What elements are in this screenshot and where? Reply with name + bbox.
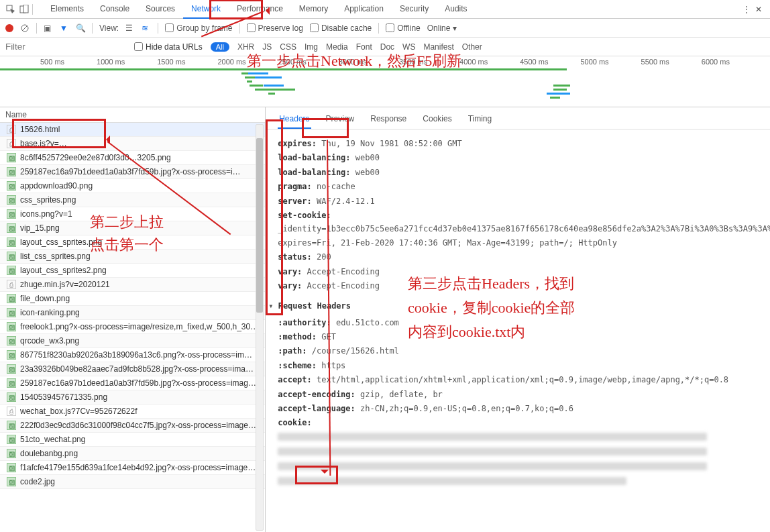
header-key: accept-encoding: [278, 390, 355, 399]
header-key: server: [278, 197, 312, 206]
request-name: 222f0d3ec9cd3d6c31000f98c04cc7f5.jpg?x-o… [20, 421, 256, 430]
scrollbar[interactable] [256, 124, 264, 531]
offline-checkbox[interactable]: Offline [386, 23, 420, 33]
request-row[interactable]: ▨freelook1.png?x-oss-process=image/resiz… [0, 320, 265, 334]
request-headers-section[interactable]: Request Headers [268, 299, 770, 313]
detail-tab-headers[interactable]: Headers [278, 111, 311, 129]
tab-elements[interactable]: Elements [42, 0, 92, 19]
header-key: status: [278, 252, 312, 262]
filter-type-xhr[interactable]: XHR [237, 42, 254, 52]
throttling-select[interactable]: Online ▾ [427, 23, 457, 33]
request-row[interactable]: ▨259187ec16a97b1deed1a0ab3f7fd59b.jpg?x-… [0, 376, 265, 390]
tab-sources[interactable]: Sources [138, 0, 183, 19]
hide-data-urls-checkbox[interactable]: Hide data URLs [134, 42, 203, 52]
filter-type-other[interactable]: Other [462, 42, 482, 52]
request-row[interactable]: ▨222f0d3ec9cd3d6c31000f98c04cc7f5.jpg?x-… [0, 419, 265, 433]
name-column-header[interactable]: Name [0, 107, 265, 123]
timeline-overview[interactable]: 500 ms1000 ms1500 ms2000 ms2500 ms3000 m… [0, 56, 770, 107]
filter-type-font[interactable]: Font [356, 42, 372, 52]
request-row[interactable]: ▨259187ec16a97b1deed1a0ab3f7fd59b.jpg?x-… [0, 165, 265, 179]
request-name: wechat_box.js?7Cv=952672622f [20, 407, 137, 416]
request-row[interactable]: ⎙wechat_box.js?7Cv=952672622f [0, 405, 265, 419]
filter-type-media[interactable]: Media [326, 42, 348, 52]
tab-console[interactable]: Console [92, 0, 138, 19]
request-row[interactable]: ⎙base.js?v=… [0, 137, 265, 151]
request-row[interactable]: ▨f1afcfe4179e155d639a1fce14eb4d92.jpg?x-… [0, 461, 265, 475]
tab-audits[interactable]: Audits [437, 0, 475, 19]
more-menu-icon[interactable]: ⋮ ✕ [742, 5, 765, 14]
record-button[interactable] [5, 24, 13, 32]
image-file-icon: ▨ [7, 223, 16, 233]
timeline-tick: 4500 ms [520, 58, 548, 66]
tab-application[interactable]: Application [336, 0, 392, 19]
request-row[interactable]: ▨appdownload90.png [0, 179, 265, 193]
tab-security[interactable]: Security [392, 0, 437, 19]
svg-rect-2 [23, 5, 28, 13]
filter-type-css[interactable]: CSS [280, 42, 296, 52]
request-row[interactable]: ▨file_down.png [0, 292, 265, 306]
filter-icon[interactable]: ▼ [60, 23, 69, 33]
detail-tab-response[interactable]: Response [369, 111, 408, 129]
header-value: /course/15626.html [307, 346, 399, 356]
request-row[interactable]: ▨51cto_wechat.png [0, 433, 265, 447]
image-file-icon: ▨ [7, 350, 16, 360]
filter-type-img[interactable]: Img [305, 42, 318, 52]
request-row[interactable]: ▨qrcode_wx3.png [0, 334, 265, 348]
header-row: set-cookie: _identity=1b3ecc0b75c5ee6a27… [278, 209, 770, 250]
header-value: web00 [351, 168, 380, 177]
view-waterfall-icon[interactable]: ≋ [142, 23, 151, 33]
detail-tab-timing[interactable]: Timing [467, 111, 494, 129]
filter-type-js[interactable]: JS [262, 42, 272, 52]
header-key: cookie: [278, 418, 312, 427]
filter-type-manifest[interactable]: Manifest [423, 42, 453, 52]
request-row[interactable]: ▨23a39326b049be82aaec7ad9fcb8b528.jpg?x-… [0, 362, 265, 376]
tab-performance[interactable]: Performance [229, 0, 291, 19]
disable-cache-checkbox[interactable]: Disable cache [310, 23, 372, 33]
preserve-log-checkbox[interactable]: Preserve log [247, 23, 303, 33]
filter-type-ws[interactable]: WS [402, 42, 415, 52]
request-row[interactable]: ▨code2.jpg [0, 475, 265, 489]
filter-all[interactable]: All [211, 42, 229, 52]
request-name: freelook1.png?x-oss-process=image/resize… [20, 322, 258, 331]
request-row[interactable]: ⎙zhuge.min.js?v=2020121 [0, 278, 265, 292]
timeline-tick: 5500 ms [641, 58, 669, 66]
request-row[interactable]: ▨vip_15.png [0, 221, 265, 235]
header-row: accept-encoding: gzip, deflate, br [278, 388, 770, 401]
tab-network[interactable]: Network [183, 0, 229, 19]
inspect-icon[interactable] [5, 4, 16, 15]
request-row[interactable]: ▨8c6ff4525729ee0e2e87d0f3d0…3205.png [0, 151, 265, 165]
request-row[interactable]: ⎙15626.html [0, 123, 265, 137]
request-row[interactable]: ▨list_css_sprites.png [0, 250, 265, 264]
request-name: css_sprites.png [20, 195, 76, 205]
image-file-icon: ▨ [7, 392, 16, 402]
filter-type-doc[interactable]: Doc [380, 42, 394, 52]
request-row[interactable]: ▨css_sprites.png [0, 193, 265, 207]
device-toggle-icon[interactable] [19, 4, 30, 15]
clear-icon[interactable] [20, 23, 30, 33]
request-row[interactable]: ▨icons.png?v=1 [0, 207, 265, 221]
request-row[interactable]: ▨layout_css_sprites2.png [0, 264, 265, 278]
request-row[interactable]: ▨867751f8230ab92026a3b189096a13c6.png?x-… [0, 348, 265, 362]
filter-input[interactable] [5, 40, 126, 54]
header-row: pragma: no-cache [278, 180, 770, 193]
search-icon[interactable]: 🔍 [76, 23, 85, 33]
header-value: Accept-Encoding [302, 281, 380, 290]
request-name: list_css_sprites.png [20, 252, 91, 261]
camera-icon[interactable]: ▣ [44, 23, 53, 33]
request-name: base.js?v=… [20, 139, 67, 148]
request-detail-panel: Headers Preview Response Cookies Timing … [266, 107, 770, 532]
image-file-icon: ▨ [7, 153, 16, 162]
request-row[interactable]: ▨doulebanbg.png [0, 447, 265, 461]
request-row[interactable]: ▨layout_css_sprites.png [0, 235, 265, 250]
request-name: 23a39326b049be82aaec7ad9fcb8b528.jpg?x-o… [20, 364, 254, 374]
detail-tab-preview[interactable]: Preview [325, 111, 356, 129]
request-row[interactable]: ▨1540539457671335.png [0, 390, 265, 405]
request-name: appdownload90.png [20, 181, 93, 191]
header-value: edu.51cto.com [331, 318, 399, 327]
view-largerows-icon[interactable]: ☰ [125, 23, 135, 33]
detail-tab-cookies[interactable]: Cookies [421, 111, 453, 129]
tab-memory[interactable]: Memory [291, 0, 336, 19]
image-file-icon: ▨ [7, 435, 16, 444]
group-by-frame-checkbox[interactable]: Group by frame [165, 23, 232, 33]
request-row[interactable]: ▨icon-ranking.png [0, 306, 265, 320]
